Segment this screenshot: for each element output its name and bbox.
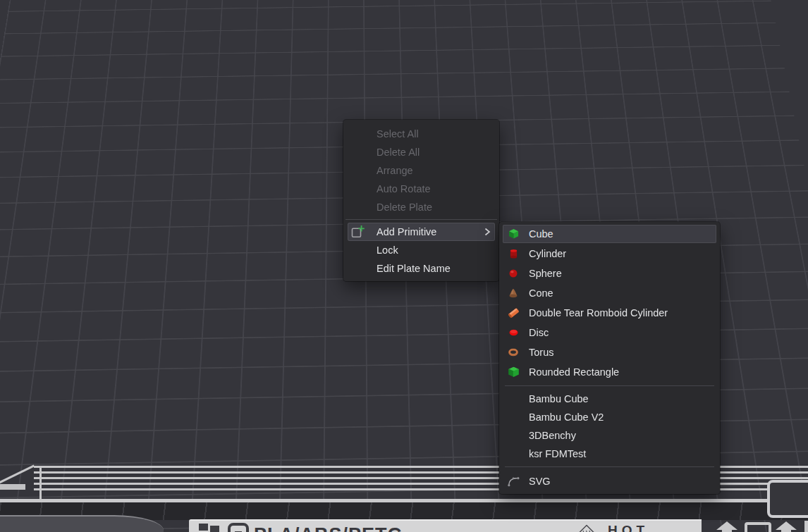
menu-item-lock[interactable]: Lock <box>343 241 499 259</box>
submenu-item-bambu-cube-v2[interactable]: Bambu Cube V2 <box>499 408 720 426</box>
plate-arrow-zone <box>705 519 808 532</box>
menu-item-auto-rotate[interactable]: Auto Rotate <box>343 180 499 198</box>
up-arrow-icon <box>773 521 800 532</box>
plate-square-icon <box>745 522 771 532</box>
plate-hot-label: HOT <box>608 523 649 532</box>
add-primitive-icon <box>351 225 365 239</box>
submenu-item-rounded-rectangle[interactable]: Rounded Rectangle <box>499 362 720 382</box>
submenu-item-label: Cone <box>529 287 553 299</box>
submenu-item-sphere[interactable]: Sphere <box>499 264 720 283</box>
submenu-separator <box>505 466 714 467</box>
submenu-item-label: Cube <box>529 228 553 240</box>
plate-label-strip: PLA/ABS/PETG HOT <box>189 519 702 532</box>
submenu-item-cube[interactable]: Cube <box>499 224 720 244</box>
submenu-item-svg[interactable]: SVG <box>499 471 720 491</box>
rounded-rectangle-icon <box>507 367 520 378</box>
cone-icon <box>507 288 520 298</box>
menu-separator <box>345 219 497 220</box>
disc-icon <box>507 329 520 336</box>
bambu-logo-badge <box>228 523 249 532</box>
submenu-item-label: Cylinder <box>529 248 566 259</box>
menu-item-arrange[interactable]: Arrange <box>343 161 499 180</box>
menu-item-add-primitive[interactable]: Add Primitive <box>343 223 499 241</box>
plate-edge-sliver <box>804 521 808 532</box>
submenu-item-label: SVG <box>529 476 551 487</box>
submenu-item-label: 3DBenchy <box>529 430 576 441</box>
menu-item-label: Lock <box>377 245 398 256</box>
menu-item-label: Auto Rotate <box>377 183 431 194</box>
submenu-item-ksr-fdmtest[interactable]: ksr FDMTest <box>499 445 720 463</box>
chevron-right-icon <box>484 228 491 236</box>
double-tear-romboid-cylinder-icon <box>507 307 520 319</box>
up-arrow-icon <box>714 521 740 532</box>
plate-edge-leftbar <box>0 484 25 490</box>
hot-surface-warning-icon <box>575 524 598 532</box>
bambu-logo <box>199 523 249 532</box>
submenu-item-label: Torus <box>529 347 553 358</box>
plate-material-label: PLA/ABS/PETG <box>254 524 403 532</box>
menu-item-label: Select All <box>377 128 419 140</box>
menu-item-label: Delete Plate <box>377 202 432 213</box>
submenu-item-bambu-cube[interactable]: Bambu Cube <box>499 390 720 408</box>
menu-item-delete-all[interactable]: Delete All <box>343 143 499 161</box>
app-window: { "colors": { "viewport_bg": "#35353b", … <box>0 0 808 532</box>
submenu-item-label: Double Tear Romboid Cylinder <box>529 307 668 318</box>
menu-item-edit-plate-name[interactable]: Edit Plate Name <box>343 259 499 278</box>
submenu-item-label: ksr FDMTest <box>529 448 586 459</box>
menu-item-select-all[interactable]: Select All <box>343 125 499 143</box>
cylinder-icon <box>507 249 520 259</box>
menu-item-label: Delete All <box>377 147 420 158</box>
plate-corner-bracket <box>767 480 808 518</box>
menu-item-delete-plate[interactable]: Delete Plate <box>343 198 499 216</box>
cube-icon <box>507 229 520 240</box>
submenu-item-cone[interactable]: Cone <box>499 283 720 303</box>
torus-icon <box>507 349 520 357</box>
add-primitive-submenu: Cube Cylinder Sphere Co <box>499 222 720 494</box>
submenu-item-cylinder[interactable]: Cylinder <box>499 244 720 264</box>
sphere-icon <box>507 269 520 278</box>
submenu-item-label: Rounded Rectangle <box>529 366 619 378</box>
submenu-item-disc[interactable]: Disc <box>499 323 720 342</box>
menu-item-label: Edit Plate Name <box>377 263 451 274</box>
bambu-logo-mark <box>199 523 221 532</box>
plate-chute-tab <box>0 515 164 532</box>
svg-curve-icon <box>507 475 520 487</box>
menu-item-label: Add Primitive <box>377 226 436 237</box>
submenu-item-torus[interactable]: Torus <box>499 342 720 362</box>
submenu-item-3dbenchy[interactable]: 3DBenchy <box>499 426 720 445</box>
submenu-item-label: Sphere <box>529 268 562 279</box>
submenu-item-label: Bambu Cube V2 <box>529 412 604 423</box>
submenu-item-double-tear-romboid-cylinder[interactable]: Double Tear Romboid Cylinder <box>499 303 720 323</box>
submenu-item-label: Disc <box>529 327 549 338</box>
submenu-separator <box>505 385 714 386</box>
menu-item-label: Arrange <box>377 165 413 176</box>
submenu-item-label: Bambu Cube <box>529 393 589 404</box>
plate-context-menu: Select All Delete All Arrange Auto Rotat… <box>343 120 499 281</box>
